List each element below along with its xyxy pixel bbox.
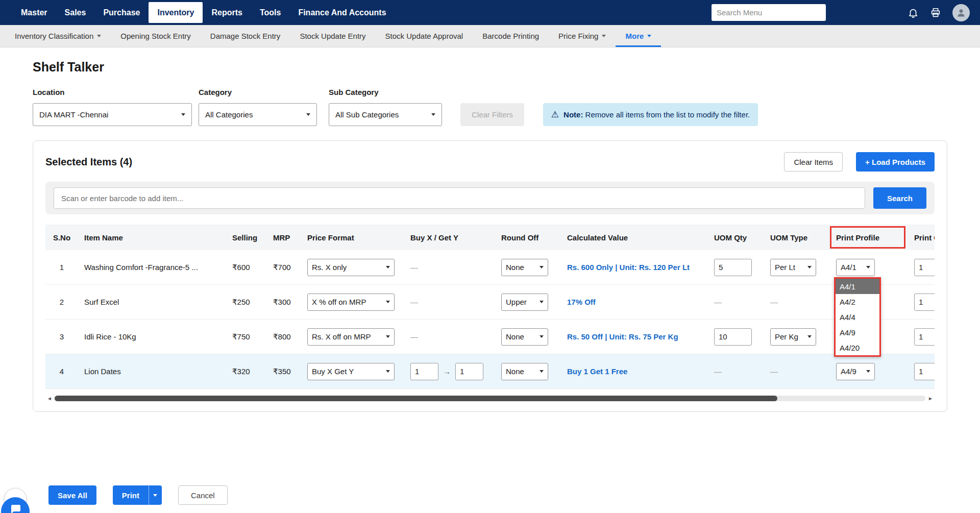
chevron-down-icon — [540, 266, 544, 268]
subnav-damage-stock-entry[interactable]: Damage Stock Entry — [201, 25, 290, 47]
price-format-select[interactable]: X % off on MRP — [307, 294, 395, 311]
clear-items-button[interactable]: Clear Items — [784, 152, 843, 172]
chevron-down-icon — [866, 266, 870, 268]
user-avatar[interactable] — [952, 4, 970, 21]
row-mrp: ₹700 — [267, 263, 301, 272]
panel-header: Selected Items (4) Clear Items + Load Pr… — [45, 152, 935, 172]
buy-get-empty: — — [404, 332, 495, 341]
selected-items-panel: Selected Items (4) Clear Items + Load Pr… — [33, 140, 947, 412]
chevron-down-icon — [647, 35, 651, 37]
subnav-price-fixing[interactable]: Price Fixing — [549, 25, 616, 47]
uom-type-select[interactable]: Per Lt — [770, 259, 816, 276]
price-format-select[interactable]: Buy X Get Y — [307, 363, 395, 380]
subnav-label: Damage Stock Entry — [210, 32, 281, 40]
nav-inventory[interactable]: Inventory — [149, 2, 203, 23]
uom-type-select[interactable]: Per Kg — [770, 328, 816, 346]
table-row: 4 Lion Dates ₹320 ₹350 Buy X Get Y → — [45, 354, 935, 389]
print-profile-select[interactable]: A4/9 — [836, 363, 875, 380]
chevron-down-icon — [97, 35, 101, 37]
uom-type-empty: — — [764, 367, 830, 376]
row-sno: 3 — [45, 332, 78, 341]
cancel-button[interactable]: Cancel — [178, 485, 228, 505]
print-qty-input[interactable] — [914, 294, 935, 311]
buy-x-input[interactable] — [410, 363, 438, 380]
scrollbar-thumb[interactable] — [55, 396, 777, 401]
nav-reports[interactable]: Reports — [203, 0, 251, 25]
price-format-select[interactable]: Rs. X off on MRP — [307, 328, 395, 346]
clear-filters-button[interactable]: Clear Filters — [460, 103, 524, 126]
chevron-down-icon — [540, 301, 544, 303]
table-row: 1 Washing Comfort -Fragrance-5 ... ₹600 … — [45, 250, 935, 285]
col-print-qty: Print Qty — [908, 233, 935, 242]
note-text: Note: Remove all items from the list to … — [564, 110, 750, 119]
select-value: Upper — [506, 298, 527, 306]
row-item-name: Surf Excel — [78, 298, 226, 306]
top-navigation: Master Sales Purchase Inventory Reports … — [0, 0, 980, 25]
row-item-name: Lion Dates — [78, 367, 226, 376]
col-uom-type: UOM Type — [764, 233, 830, 242]
print-qty-input[interactable] — [914, 328, 935, 346]
select-value: A4/1 — [841, 263, 856, 272]
subcategory-select[interactable]: All Sub Categories — [329, 103, 442, 126]
nav-tools[interactable]: Tools — [251, 0, 289, 25]
dropdown-option-a4-20[interactable]: A4/20 — [836, 340, 879, 355]
select-value: Per Kg — [775, 332, 798, 341]
uom-qty-input[interactable] — [714, 259, 752, 276]
nav-master[interactable]: Master — [12, 0, 56, 25]
nav-purchase[interactable]: Purchase — [94, 0, 149, 25]
print-qty-input[interactable] — [914, 363, 935, 380]
buy-get-empty: — — [404, 298, 495, 306]
chat-widget[interactable] — [1, 488, 38, 513]
price-format-select[interactable]: Rs. X only — [307, 259, 395, 276]
notification-bell-icon[interactable] — [908, 7, 919, 18]
round-off-select[interactable]: None — [501, 259, 548, 276]
nav-sales[interactable]: Sales — [56, 0, 95, 25]
subnav-label: Inventory Classification — [15, 32, 93, 40]
print-options-toggle[interactable] — [149, 485, 162, 505]
printer-icon[interactable] — [930, 7, 941, 18]
scrollbar-track[interactable] — [55, 396, 925, 401]
dropdown-option-a4-4[interactable]: A4/4 — [836, 309, 879, 325]
calculated-value: Buy 1 Get 1 Free — [561, 367, 708, 376]
location-select[interactable]: DIA MART -Chennai — [33, 103, 192, 126]
print-button[interactable]: Print — [113, 485, 149, 505]
save-all-button[interactable]: Save All — [48, 485, 96, 505]
subnav-more[interactable]: More — [616, 25, 661, 47]
select-value: A4/9 — [841, 367, 856, 376]
col-sno: S.No — [45, 233, 78, 242]
round-off-select[interactable]: None — [501, 363, 548, 380]
subnav-inventory-classification[interactable]: Inventory Classification — [5, 25, 111, 47]
print-profile-select[interactable]: A4/1 — [836, 259, 875, 276]
subnav-stock-update-approval[interactable]: Stock Update Approval — [376, 25, 473, 47]
dropdown-option-a4-2[interactable]: A4/2 — [836, 294, 879, 309]
dropdown-option-a4-1[interactable]: A4/1 — [836, 279, 879, 294]
uom-qty-input[interactable] — [714, 328, 752, 346]
uom-qty-empty: — — [708, 367, 764, 376]
nav-finance-and-accounts[interactable]: Finance And Accounts — [289, 0, 395, 25]
page-title: Shelf Talker — [33, 60, 980, 75]
menu-search-input[interactable] — [712, 4, 826, 21]
scroll-right-arrow[interactable]: ► — [926, 396, 935, 401]
row-item-name: Idli Rice - 10Kg — [78, 332, 226, 341]
search-button[interactable]: Search — [873, 187, 926, 209]
row-item-name: Washing Comfort -Fragrance-5 ... — [78, 263, 226, 272]
footer-actions: Save All Print Cancel — [48, 485, 228, 505]
get-y-input[interactable] — [455, 363, 483, 380]
round-off-select[interactable]: Upper — [501, 294, 548, 311]
subnav-barcode-printing[interactable]: Barcode Printing — [473, 25, 549, 47]
select-value: Buy X Get Y — [312, 367, 354, 376]
barcode-input[interactable] — [54, 187, 865, 209]
subcategory-filter: Sub Category All Sub Categories — [329, 88, 442, 126]
print-qty-input[interactable] — [914, 259, 935, 276]
warning-icon: ⚠ — [551, 109, 559, 120]
select-value: None — [506, 367, 524, 376]
load-products-button[interactable]: + Load Products — [856, 152, 935, 172]
round-off-select[interactable]: None — [501, 328, 548, 346]
category-select-value: All Categories — [205, 110, 253, 119]
subnav-stock-update-entry[interactable]: Stock Update Entry — [290, 25, 375, 47]
select-value: Rs. X only — [312, 263, 347, 272]
category-select[interactable]: All Categories — [199, 103, 317, 126]
subnav-opening-stock-entry[interactable]: Opening Stock Entry — [111, 25, 201, 47]
scroll-left-arrow[interactable]: ◄ — [45, 396, 54, 401]
dropdown-option-a4-9[interactable]: A4/9 — [836, 325, 879, 340]
